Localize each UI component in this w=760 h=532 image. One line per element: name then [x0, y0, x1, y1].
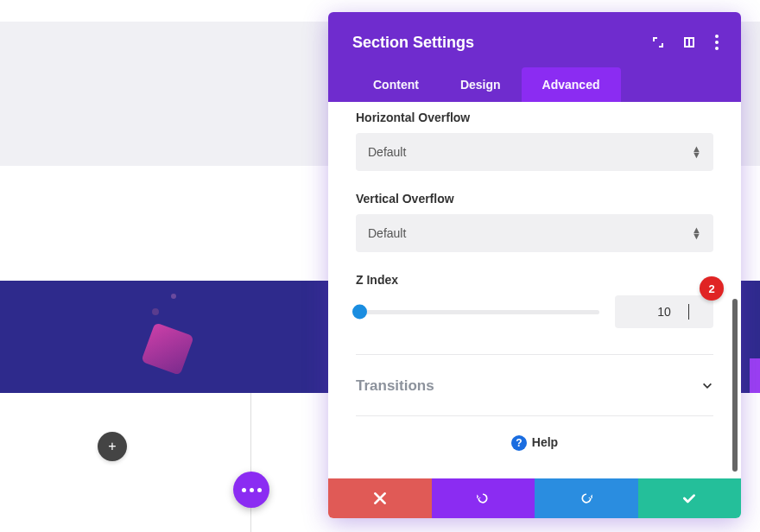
- annotation-badge: 2: [700, 276, 724, 301]
- scrollbar-thumb[interactable]: [732, 299, 738, 472]
- help-link[interactable]: ?Help: [356, 416, 713, 468]
- slider-thumb[interactable]: [352, 305, 367, 320]
- z-index-slider[interactable]: [356, 310, 599, 314]
- ellipsis-icon: [242, 488, 246, 492]
- field-label-horizontal-overflow: Horizontal Overflow: [356, 111, 713, 124]
- decoration-cube: [141, 322, 194, 376]
- z-index-input[interactable]: 10 2: [615, 295, 713, 328]
- accordion-title: Transitions: [356, 377, 434, 395]
- tab-design[interactable]: Design: [440, 67, 522, 102]
- expand-icon[interactable]: [651, 35, 665, 49]
- select-chevron-icon: ▲▼: [692, 227, 701, 239]
- decoration-dot: [171, 294, 176, 299]
- modal-header: Section Settings Content Design Advanced: [328, 12, 741, 102]
- text-caret: [688, 304, 689, 320]
- structure-guideline: [250, 393, 251, 532]
- tab-content[interactable]: Content: [352, 67, 440, 102]
- decoration-dot: [152, 308, 159, 315]
- close-icon: [372, 491, 388, 506]
- help-label: Help: [532, 435, 558, 449]
- undo-icon: [475, 491, 491, 506]
- undo-button[interactable]: [432, 478, 535, 518]
- redo-icon: [579, 491, 594, 506]
- select-value: Default: [368, 226, 406, 240]
- field-label-z-index: Z Index: [356, 273, 713, 287]
- modal-title: Section Settings: [352, 34, 474, 52]
- vertical-overflow-select[interactable]: Default ▲▼: [356, 214, 713, 252]
- offscreen-module-strip: [750, 358, 760, 393]
- more-options-icon[interactable]: [713, 33, 720, 52]
- horizontal-overflow-select[interactable]: Default ▲▼: [356, 133, 713, 171]
- page-actions-fab[interactable]: [233, 472, 269, 508]
- transitions-accordion[interactable]: Transitions: [356, 355, 713, 415]
- plus-icon: +: [108, 439, 116, 454]
- redo-button[interactable]: [535, 478, 638, 518]
- z-index-value: 10: [657, 305, 671, 319]
- modal-body: Horizontal Overflow Default ▲▼ Vertical …: [328, 102, 741, 478]
- check-icon: [681, 491, 697, 506]
- ellipsis-icon: [250, 488, 254, 492]
- chevron-down-icon: [701, 380, 713, 392]
- select-value: Default: [368, 145, 406, 159]
- tab-advanced[interactable]: Advanced: [522, 67, 621, 102]
- discard-button[interactable]: [328, 478, 432, 518]
- add-section-button[interactable]: +: [98, 432, 127, 461]
- ellipsis-icon: [257, 488, 262, 492]
- field-label-vertical-overflow: Vertical Overflow: [356, 192, 713, 206]
- help-icon: ?: [511, 435, 527, 451]
- select-chevron-icon: ▲▼: [692, 146, 701, 158]
- modal-action-bar: [328, 478, 741, 518]
- section-settings-modal: Section Settings Content Design Advanced…: [328, 12, 741, 518]
- columns-icon[interactable]: [682, 35, 696, 49]
- save-button[interactable]: [638, 478, 742, 518]
- settings-tabs: Content Design Advanced: [352, 67, 720, 102]
